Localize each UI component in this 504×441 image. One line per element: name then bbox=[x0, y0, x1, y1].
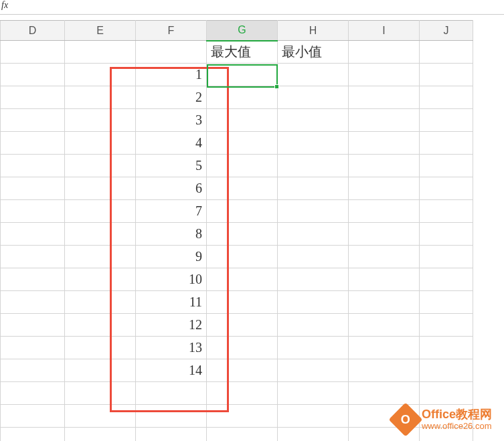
cell-F2[interactable]: 1 bbox=[136, 64, 207, 86]
cell[interactable] bbox=[278, 155, 349, 177]
cell[interactable] bbox=[278, 382, 349, 405]
cell[interactable] bbox=[207, 86, 278, 109]
cell-F5[interactable]: 4 bbox=[136, 132, 207, 155]
cell[interactable] bbox=[207, 246, 278, 268]
cell[interactable] bbox=[1, 246, 65, 268]
cell[interactable] bbox=[349, 337, 420, 359]
cell[interactable] bbox=[278, 291, 349, 314]
col-header-I[interactable]: I bbox=[349, 21, 420, 41]
cell[interactable] bbox=[1, 268, 65, 291]
cell[interactable] bbox=[1, 359, 65, 382]
cell[interactable] bbox=[278, 268, 349, 291]
cell[interactable] bbox=[136, 41, 207, 64]
cell[interactable] bbox=[65, 405, 136, 428]
cell[interactable] bbox=[65, 337, 136, 359]
cell[interactable] bbox=[207, 382, 278, 405]
cell[interactable] bbox=[349, 223, 420, 246]
cell[interactable] bbox=[420, 177, 473, 200]
cell[interactable] bbox=[349, 314, 420, 337]
cell[interactable] bbox=[278, 405, 349, 428]
cell[interactable] bbox=[420, 200, 473, 223]
cell[interactable] bbox=[349, 359, 420, 382]
cell[interactable] bbox=[278, 86, 349, 109]
cell-F13[interactable]: 12 bbox=[136, 314, 207, 337]
cell[interactable] bbox=[65, 109, 136, 132]
col-header-H[interactable]: H bbox=[278, 21, 349, 41]
cell[interactable] bbox=[349, 86, 420, 109]
cell-F12[interactable]: 11 bbox=[136, 291, 207, 314]
cell[interactable] bbox=[1, 405, 65, 428]
cell[interactable] bbox=[136, 405, 207, 428]
cell[interactable] bbox=[420, 246, 473, 268]
cell[interactable] bbox=[65, 177, 136, 200]
cell[interactable] bbox=[420, 223, 473, 246]
cell[interactable] bbox=[1, 155, 65, 177]
cell[interactable] bbox=[1, 314, 65, 337]
cell[interactable] bbox=[420, 337, 473, 359]
col-header-E[interactable]: E bbox=[65, 21, 136, 41]
cell[interactable] bbox=[1, 382, 65, 405]
cell[interactable] bbox=[1, 291, 65, 314]
cell[interactable] bbox=[207, 200, 278, 223]
cell-F3[interactable]: 2 bbox=[136, 86, 207, 109]
cell[interactable] bbox=[207, 132, 278, 155]
cell-H1[interactable]: 最小值 bbox=[278, 41, 349, 64]
cell[interactable] bbox=[207, 359, 278, 382]
cell[interactable] bbox=[65, 268, 136, 291]
cell[interactable] bbox=[207, 109, 278, 132]
cell[interactable] bbox=[136, 382, 207, 405]
cell-F15[interactable]: 14 bbox=[136, 359, 207, 382]
cell[interactable] bbox=[65, 359, 136, 382]
cell[interactable] bbox=[420, 86, 473, 109]
cell-F10[interactable]: 9 bbox=[136, 246, 207, 268]
cell[interactable] bbox=[207, 314, 278, 337]
col-header-G[interactable]: G bbox=[207, 21, 278, 41]
cell-F9[interactable]: 8 bbox=[136, 223, 207, 246]
cell[interactable] bbox=[207, 405, 278, 428]
cell[interactable] bbox=[420, 64, 473, 86]
cell-F8[interactable]: 7 bbox=[136, 200, 207, 223]
cell[interactable] bbox=[278, 337, 349, 359]
cell[interactable] bbox=[278, 246, 349, 268]
cell[interactable] bbox=[207, 337, 278, 359]
cell[interactable] bbox=[349, 291, 420, 314]
cell-F14[interactable]: 13 bbox=[136, 337, 207, 359]
cell[interactable] bbox=[1, 86, 65, 109]
cell[interactable] bbox=[278, 109, 349, 132]
cell[interactable] bbox=[136, 428, 207, 442]
cell[interactable] bbox=[207, 268, 278, 291]
cell[interactable] bbox=[278, 200, 349, 223]
cell[interactable] bbox=[65, 64, 136, 86]
cell[interactable] bbox=[420, 359, 473, 382]
cell[interactable] bbox=[349, 177, 420, 200]
cell[interactable] bbox=[65, 246, 136, 268]
cell[interactable] bbox=[349, 41, 420, 64]
cell[interactable] bbox=[65, 291, 136, 314]
cell[interactable] bbox=[207, 155, 278, 177]
cell[interactable] bbox=[1, 41, 65, 64]
cell[interactable] bbox=[349, 382, 420, 405]
spreadsheet-grid[interactable]: D E F G H I J 最大值 最小值 1 bbox=[0, 20, 473, 441]
cell[interactable] bbox=[65, 155, 136, 177]
cell[interactable] bbox=[65, 382, 136, 405]
cell[interactable] bbox=[349, 155, 420, 177]
cell-G2-selected[interactable] bbox=[207, 64, 278, 86]
formula-bar[interactable]: fx bbox=[0, 0, 504, 15]
cell[interactable] bbox=[1, 132, 65, 155]
cell[interactable] bbox=[207, 223, 278, 246]
cell[interactable] bbox=[65, 200, 136, 223]
cell[interactable] bbox=[420, 155, 473, 177]
cell[interactable] bbox=[1, 428, 65, 442]
cell[interactable] bbox=[420, 41, 473, 64]
col-header-J[interactable]: J bbox=[420, 21, 473, 41]
cell-G1[interactable]: 最大值 bbox=[207, 41, 278, 64]
cell[interactable] bbox=[207, 428, 278, 442]
cell[interactable] bbox=[65, 41, 136, 64]
col-header-F[interactable]: F bbox=[136, 21, 207, 41]
cell[interactable] bbox=[420, 268, 473, 291]
cell[interactable] bbox=[278, 359, 349, 382]
cell[interactable] bbox=[278, 132, 349, 155]
cell[interactable] bbox=[1, 109, 65, 132]
cell-F7[interactable]: 6 bbox=[136, 177, 207, 200]
cell[interactable] bbox=[207, 291, 278, 314]
